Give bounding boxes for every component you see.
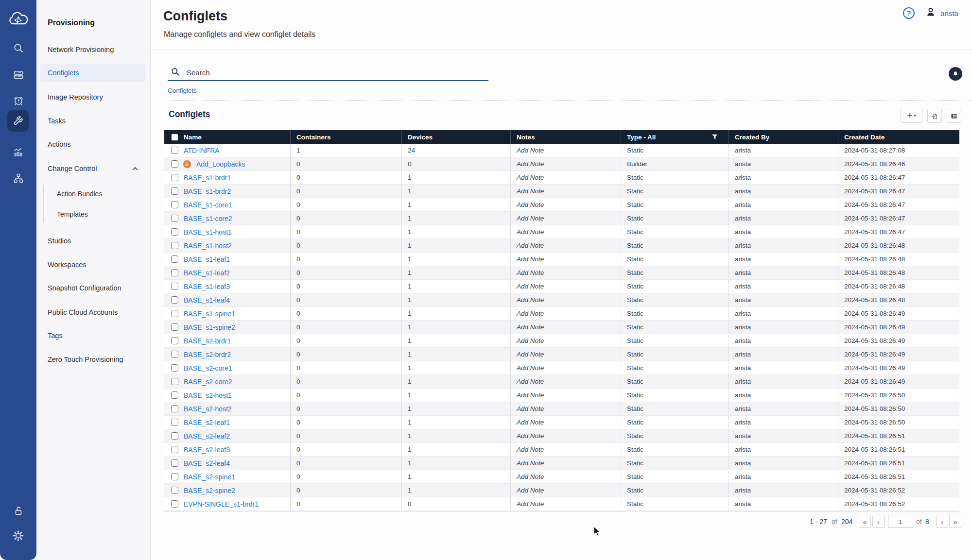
configlet-name-link[interactable]: BASE_s1-core1 (184, 201, 232, 209)
cell-add-note[interactable]: Add Note (511, 198, 621, 211)
row-checkbox[interactable] (171, 378, 178, 385)
filter-icon[interactable] (712, 134, 718, 141)
lock-icon[interactable] (0, 504, 36, 516)
cell-add-note[interactable]: Add Note (511, 429, 621, 442)
provisioning-rail-active-tile[interactable] (7, 110, 29, 132)
configlet-name-link[interactable]: BASE_s1-leaf3 (184, 283, 230, 290)
cell-add-note[interactable]: Add Note (511, 375, 621, 388)
configlet-name-link[interactable]: BASE_s1-leaf2 (184, 269, 230, 277)
sidebar-item-templates[interactable]: Templates (36, 206, 151, 222)
sidebar-item-configlets[interactable]: Configlets (40, 64, 145, 82)
cell-add-note[interactable]: Add Note (511, 321, 621, 334)
row-checkbox[interactable] (171, 242, 178, 249)
configlet-name-link[interactable]: BASE_s2-leaf1 (184, 419, 230, 426)
row-checkbox[interactable] (171, 419, 178, 426)
configlet-name-link[interactable]: BASE_s1-brdr2 (184, 187, 231, 195)
metrics-icon[interactable] (0, 146, 36, 158)
help-button[interactable]: ? (903, 7, 915, 19)
import-configlet-button[interactable] (927, 109, 942, 123)
configlet-name-link[interactable]: BASE_s2-leaf4 (184, 459, 230, 467)
settings-gear-icon[interactable] (0, 530, 36, 542)
configlet-name-link[interactable]: BASE_s1-spine1 (184, 310, 235, 318)
configlet-name-link[interactable]: BASE_s1-leaf4 (184, 296, 230, 304)
row-checkbox[interactable] (171, 432, 178, 440)
sidebar-item-action-bundles[interactable]: Action Bundles (36, 186, 151, 202)
pagination-first-button[interactable]: « (859, 516, 871, 528)
cell-add-note[interactable]: Add Note (511, 484, 621, 497)
header-devices[interactable]: Devices (402, 130, 511, 144)
row-checkbox[interactable] (171, 187, 178, 195)
row-checkbox[interactable] (171, 283, 178, 290)
chevron-up-icon[interactable] (132, 167, 138, 170)
search-icon[interactable] (0, 42, 36, 54)
sidebar-item-zero-touch-provisioning[interactable]: Zero Touch Provisioning (36, 350, 151, 369)
cell-add-note[interactable]: Add Note (511, 225, 621, 238)
sidebar-item-tags[interactable]: Tags (36, 326, 151, 345)
row-checkbox[interactable] (171, 228, 178, 236)
header-type[interactable]: Type - All (621, 130, 729, 144)
row-checkbox[interactable] (171, 174, 178, 181)
cloudvision-logo[interactable] (0, 12, 36, 27)
select-all-checkbox[interactable] (171, 134, 178, 141)
cell-add-note[interactable]: Add Note (511, 334, 621, 347)
row-checkbox[interactable] (171, 337, 178, 344)
configlet-name-link[interactable]: BASE_s2-leaf3 (184, 446, 230, 454)
configlet-name-link[interactable]: BASE_s2-core2 (184, 378, 232, 386)
cell-add-note[interactable]: Add Note (511, 416, 621, 429)
header-created-date[interactable]: Created Date (838, 130, 959, 144)
configlet-name-link[interactable]: BASE_s1-leaf1 (184, 255, 230, 263)
configlet-name-link[interactable]: BASE_s2-leaf2 (184, 432, 230, 440)
sidebar-item-public-cloud-accounts[interactable]: Public Cloud Accounts (36, 303, 151, 322)
row-checkbox[interactable] (171, 446, 178, 453)
cell-add-note[interactable]: Add Note (511, 266, 621, 279)
cell-add-note[interactable]: Add Note (511, 307, 621, 320)
sidebar-item-workspaces[interactable]: Workspaces (36, 255, 151, 274)
configlet-name-link[interactable]: BASE_s2-brdr1 (184, 337, 231, 345)
sidebar-item-image-repository[interactable]: Image Repository (36, 88, 151, 106)
cell-add-note[interactable]: Add Note (511, 280, 621, 293)
configlet-name-link[interactable]: BASE_s1-host1 (184, 228, 232, 236)
breadcrumb[interactable]: Configlets (168, 87, 197, 94)
cell-add-note[interactable]: Add Note (511, 253, 621, 266)
add-configlet-button[interactable]: + ▾ (901, 109, 922, 123)
sidebar-item-snapshot-configuration[interactable]: Snapshot Configuration (36, 279, 151, 297)
configlet-name-link[interactable]: BASE_s2-spine1 (184, 473, 235, 481)
cell-add-note[interactable]: Add Note (511, 457, 621, 470)
topology-icon[interactable] (0, 172, 36, 184)
events-icon[interactable] (0, 95, 36, 106)
row-checkbox[interactable] (171, 201, 178, 208)
pagination-page-input[interactable] (888, 516, 913, 528)
row-checkbox[interactable] (171, 391, 178, 399)
configlet-name-link[interactable]: BASE_s2-spine2 (184, 487, 235, 494)
cell-add-note[interactable]: Add Note (511, 348, 621, 361)
header-notes[interactable]: Notes (511, 130, 621, 144)
cell-add-note[interactable]: Add Note (511, 389, 621, 402)
sidebar-item-actions[interactable]: Actions (36, 135, 151, 153)
sidebar-item-change-control[interactable]: Change Control (36, 159, 151, 178)
configlet-name-link[interactable]: Add_Loopbacks (196, 160, 245, 168)
cell-add-note[interactable]: Add Note (511, 443, 621, 456)
cell-add-note[interactable]: Add Note (511, 157, 621, 170)
configlet-name-link[interactable]: BASE_s2-host2 (184, 405, 232, 413)
devices-icon[interactable] (0, 69, 36, 81)
configlet-name-link[interactable]: BASE_s2-brdr2 (184, 351, 231, 358)
sidebar-item-studios[interactable]: Studios (36, 232, 151, 250)
user-menu[interactable]: arista (925, 6, 958, 20)
row-checkbox[interactable] (171, 147, 178, 154)
pagination-last-button[interactable]: » (949, 516, 961, 528)
row-checkbox[interactable] (171, 500, 178, 508)
cell-add-note[interactable]: Add Note (511, 361, 621, 374)
cell-add-note[interactable]: Add Note (511, 497, 621, 510)
row-checkbox[interactable] (171, 269, 178, 276)
row-checkbox[interactable] (171, 405, 178, 412)
row-checkbox[interactable] (171, 364, 178, 372)
sidebar-item-network-provisioning[interactable]: Network Provisioning (36, 40, 151, 59)
configlet-name-link[interactable]: BASE_s1-host2 (184, 242, 232, 250)
cell-add-note[interactable]: Add Note (511, 293, 621, 306)
notifications-bell-icon[interactable] (949, 67, 962, 81)
configlet-name-link[interactable]: ATD-INFRA (184, 147, 220, 154)
row-checkbox[interactable] (171, 323, 178, 331)
row-checkbox[interactable] (171, 310, 178, 317)
cell-add-note[interactable]: Add Note (511, 402, 621, 415)
configlet-name-link[interactable]: BASE_s1-core2 (184, 215, 232, 222)
